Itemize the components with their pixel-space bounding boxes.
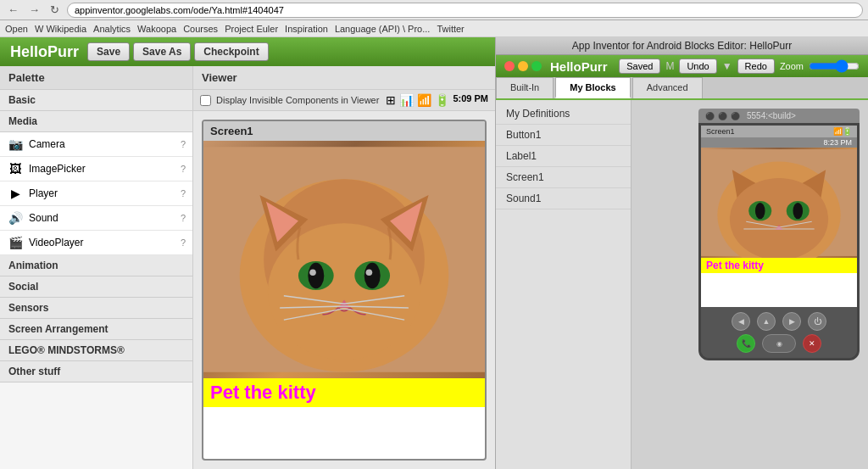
bookmark-inspiration[interactable]: Inspiration <box>285 24 328 34</box>
invisible-components-checkbox[interactable] <box>200 95 211 106</box>
window-minimize-button[interactable] <box>518 61 528 71</box>
imagepicker-icon: 🖼 <box>7 160 24 177</box>
viewer-bar-icon: 📊 <box>399 93 414 107</box>
ai-header: HelloPurr Save Save As Checkpoint <box>0 37 495 66</box>
right-wrapper: when Button1.Click do Sound1.Play 💬 <box>632 100 868 469</box>
sim-nav-up[interactable]: ▲ <box>757 312 776 331</box>
sim-white-space <box>701 273 857 307</box>
undo-button[interactable]: Undo <box>679 59 716 74</box>
palette-item-imagepicker-help[interactable]: ? <box>181 164 186 174</box>
zoom-slider[interactable] <box>809 59 860 73</box>
sim-window-max: ⚫ <box>731 112 740 120</box>
palette-viewer-header: Palette Viewer <box>0 66 495 90</box>
viewer-toolbar: Display Invisible Components in Viewer ⊞… <box>193 90 495 111</box>
sim-screen-title-bar: Screen1 📶🔋 <box>701 126 857 137</box>
palette-item-videoplayer-help[interactable]: ? <box>181 237 186 248</box>
sim-screen-title: Screen1 <box>706 127 735 136</box>
blocks-editor-title: App Inventor for Android Blocks Editor: … <box>503 40 861 52</box>
palette-item-imagepicker-label: ImagePicker <box>29 163 181 175</box>
palette-section-animation[interactable]: Animation <box>0 255 192 276</box>
sim-call-row: 📞 ◉ ✕ <box>737 334 821 353</box>
sim-status-icons: 📶🔋 <box>833 127 852 136</box>
videoplayer-icon: 🎬 <box>7 234 24 251</box>
saved-button[interactable]: Saved <box>619 59 660 74</box>
bookmark-euler[interactable]: Project Euler <box>225 24 278 34</box>
sim-time: 8:23 PM <box>823 138 852 147</box>
palette-item-sound[interactable]: 🔊 Sound ? <box>0 206 192 231</box>
component-label1[interactable]: Label1 <box>496 146 631 167</box>
palette-item-camera-help[interactable]: ? <box>181 139 186 149</box>
blocks-app-title: HelloPurr <box>550 59 608 74</box>
url-bar[interactable] <box>67 3 863 18</box>
palette-section-other[interactable]: Other stuff <box>0 361 192 382</box>
bookmark-wikipedia[interactable]: W Wikipedia <box>35 24 86 34</box>
sim-power[interactable]: ⏻ <box>808 312 826 331</box>
palette-section-sensors[interactable]: Sensors <box>0 298 192 319</box>
tab-built-in[interactable]: Built-In <box>496 77 554 98</box>
palette-item-sound-help[interactable]: ? <box>181 213 186 223</box>
bookmarks-bar: Open W Wikipedia Analytics Wakoopa Cours… <box>0 20 868 37</box>
sim-cat-image <box>701 148 857 258</box>
bookmark-courses[interactable]: Courses <box>183 24 218 34</box>
sim-window-min: ⚫ <box>718 112 727 120</box>
sim-vol-down[interactable]: ◀ <box>732 312 750 331</box>
palette-section-basic[interactable]: Basic <box>0 90 192 111</box>
refresh-button[interactable]: ↻ <box>47 3 62 16</box>
svg-point-11 <box>364 263 381 288</box>
sim-center-btn[interactable]: ◉ <box>762 334 796 353</box>
svg-point-13 <box>366 269 373 276</box>
tab-my-blocks[interactable]: My Blocks <box>555 77 630 98</box>
palette-item-player-help[interactable]: ? <box>181 188 186 198</box>
palette-item-camera-label: Camera <box>29 138 181 150</box>
palette-section-lego[interactable]: LEGO® MINDSTORMS® <box>0 340 192 361</box>
palette-item-player[interactable]: ▶ Player ? <box>0 181 192 206</box>
blocks-toolbar: Saved M Undo ▼ Redo Zoom <box>619 59 860 74</box>
palette-viewer: Basic Media 📷 Camera ? 🖼 ImagePicker ? ▶… <box>0 90 495 469</box>
browser-bar: ← → ↻ <box>0 0 868 20</box>
checkpoint-button[interactable]: Checkpoint <box>194 42 268 61</box>
window-close-button[interactable] <box>504 61 515 71</box>
bookmark-open[interactable]: Open <box>5 24 28 34</box>
viewer: Display Invisible Components in Viewer ⊞… <box>193 90 495 469</box>
palette-item-videoplayer[interactable]: 🎬 VideoPlayer ? <box>0 231 192 255</box>
component-sound1[interactable]: Sound1 <box>496 188 631 209</box>
forward-button[interactable]: → <box>26 3 42 16</box>
palette-item-videoplayer-label: VideoPlayer <box>29 237 181 248</box>
tab-advanced[interactable]: Advanced <box>632 77 703 98</box>
save-as-button[interactable]: Save As <box>133 42 191 61</box>
viewer-time: 5:09 PM <box>453 93 488 107</box>
component-button1[interactable]: Button1 <box>496 125 631 146</box>
redo-button[interactable]: Redo <box>737 59 775 74</box>
sim-nav-row: ◀ ▲ ▶ ⏻ <box>732 312 826 331</box>
sim-call-button[interactable]: 📞 <box>737 334 755 353</box>
bookmark-twitter[interactable]: Twitter <box>437 24 464 34</box>
phone-mockup: Screen1 <box>202 120 487 461</box>
viewer-signal-icon: 📶 <box>417 93 431 107</box>
save-button[interactable]: Save <box>87 42 130 61</box>
palette-item-imagepicker[interactable]: 🖼 ImagePicker ? <box>0 157 192 181</box>
back-button[interactable]: ← <box>5 3 21 16</box>
sim-vol-up[interactable]: ▶ <box>782 312 801 331</box>
component-my-definitions[interactable]: My Definitions <box>496 103 631 125</box>
sim-title-bar: ⚫ ⚫ ⚫ 5554:<build> <box>698 109 860 123</box>
palette-item-camera[interactable]: 📷 Camera ? <box>0 132 192 157</box>
sim-end-button[interactable]: ✕ <box>803 334 821 353</box>
component-screen1[interactable]: Screen1 <box>496 167 631 188</box>
bookmark-wakoopa[interactable]: Wakoopa <box>137 24 176 34</box>
palette-section-social[interactable]: Social <box>0 276 192 298</box>
bookmark-analytics[interactable]: Analytics <box>93 24 131 34</box>
blocks-title-bar: App Inventor for Android Blocks Editor: … <box>496 37 868 55</box>
sim-status-bar: 8:23 PM <box>701 137 857 148</box>
palette-section-media[interactable]: Media <box>0 111 192 132</box>
camera-icon: 📷 <box>7 136 24 153</box>
bookmark-language[interactable]: Language (API) \ Pro... <box>335 24 431 34</box>
svg-point-12 <box>309 269 316 276</box>
window-maximize-button[interactable] <box>531 61 542 71</box>
toolbar-sep-1: M <box>665 60 674 72</box>
toolbar-sep-2: ▼ <box>722 60 732 72</box>
window-controls <box>504 61 542 71</box>
simulator-panel: ⚫ ⚫ ⚫ 5554:<build> Screen1 📶🔋 8:23 PM <box>698 100 860 469</box>
palette-section-screen-arrangement[interactable]: Screen Arrangement <box>0 319 192 340</box>
sim-window-close: ⚫ <box>705 112 715 120</box>
viewer-header-label: Viewer <box>193 66 246 89</box>
